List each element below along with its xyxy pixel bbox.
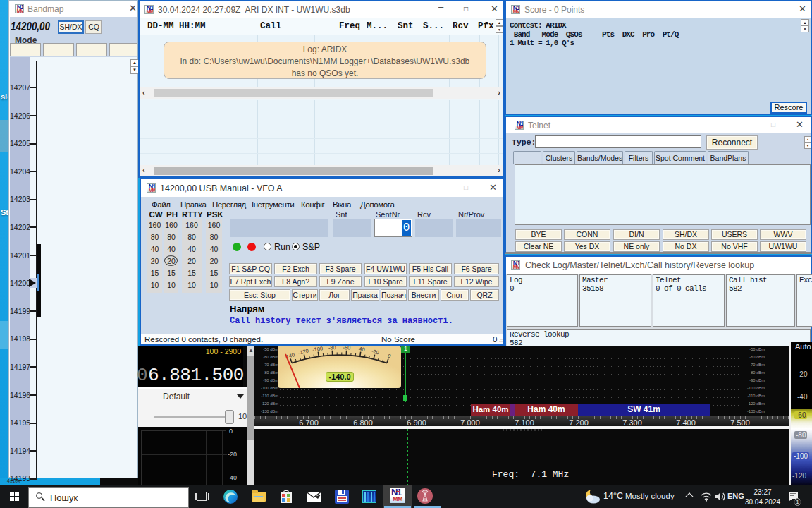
svg-text:-80: -80 [328, 346, 336, 351]
svg-text:0: 0 [387, 353, 392, 360]
svg-text:-20: -20 [371, 348, 380, 356]
svg-text:-120: -120 [297, 348, 309, 356]
svg-text:-40: -40 [357, 346, 365, 353]
svg-text:-100: -100 [312, 346, 324, 353]
svg-text:-60: -60 [343, 346, 350, 351]
svg-text:-140: -140 [283, 351, 295, 361]
